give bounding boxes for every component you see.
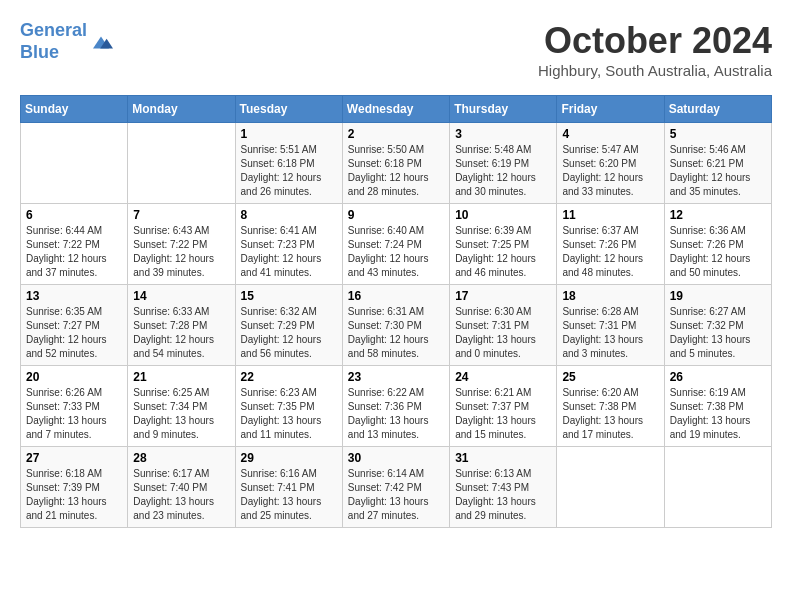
day-info: Sunrise: 6:18 AM Sunset: 7:39 PM Dayligh… <box>26 467 122 523</box>
day-info: Sunrise: 5:48 AM Sunset: 6:19 PM Dayligh… <box>455 143 551 199</box>
location-subtitle: Highbury, South Australia, Australia <box>538 62 772 79</box>
calendar-cell <box>128 123 235 204</box>
calendar-cell: 30Sunrise: 6:14 AM Sunset: 7:42 PM Dayli… <box>342 447 449 528</box>
calendar-header-row: SundayMondayTuesdayWednesdayThursdayFrid… <box>21 96 772 123</box>
day-number: 23 <box>348 370 444 384</box>
day-number: 7 <box>133 208 229 222</box>
day-number: 13 <box>26 289 122 303</box>
calendar-cell: 23Sunrise: 6:22 AM Sunset: 7:36 PM Dayli… <box>342 366 449 447</box>
day-info: Sunrise: 6:41 AM Sunset: 7:23 PM Dayligh… <box>241 224 337 280</box>
day-info: Sunrise: 6:33 AM Sunset: 7:28 PM Dayligh… <box>133 305 229 361</box>
day-number: 27 <box>26 451 122 465</box>
day-info: Sunrise: 6:20 AM Sunset: 7:38 PM Dayligh… <box>562 386 658 442</box>
calendar-cell: 29Sunrise: 6:16 AM Sunset: 7:41 PM Dayli… <box>235 447 342 528</box>
calendar-week-row: 6Sunrise: 6:44 AM Sunset: 7:22 PM Daylig… <box>21 204 772 285</box>
calendar-cell: 22Sunrise: 6:23 AM Sunset: 7:35 PM Dayli… <box>235 366 342 447</box>
calendar-cell: 18Sunrise: 6:28 AM Sunset: 7:31 PM Dayli… <box>557 285 664 366</box>
day-info: Sunrise: 5:51 AM Sunset: 6:18 PM Dayligh… <box>241 143 337 199</box>
calendar-cell: 9Sunrise: 6:40 AM Sunset: 7:24 PM Daylig… <box>342 204 449 285</box>
day-info: Sunrise: 6:13 AM Sunset: 7:43 PM Dayligh… <box>455 467 551 523</box>
calendar-cell: 5Sunrise: 5:46 AM Sunset: 6:21 PM Daylig… <box>664 123 771 204</box>
calendar-cell: 31Sunrise: 6:13 AM Sunset: 7:43 PM Dayli… <box>450 447 557 528</box>
calendar-week-row: 1Sunrise: 5:51 AM Sunset: 6:18 PM Daylig… <box>21 123 772 204</box>
day-number: 29 <box>241 451 337 465</box>
day-info: Sunrise: 6:31 AM Sunset: 7:30 PM Dayligh… <box>348 305 444 361</box>
day-info: Sunrise: 6:28 AM Sunset: 7:31 PM Dayligh… <box>562 305 658 361</box>
day-number: 15 <box>241 289 337 303</box>
day-info: Sunrise: 6:35 AM Sunset: 7:27 PM Dayligh… <box>26 305 122 361</box>
title-block: October 2024 Highbury, South Australia, … <box>538 20 772 79</box>
calendar-cell: 3Sunrise: 5:48 AM Sunset: 6:19 PM Daylig… <box>450 123 557 204</box>
header-friday: Friday <box>557 96 664 123</box>
day-number: 18 <box>562 289 658 303</box>
day-info: Sunrise: 6:27 AM Sunset: 7:32 PM Dayligh… <box>670 305 766 361</box>
day-number: 19 <box>670 289 766 303</box>
header-saturday: Saturday <box>664 96 771 123</box>
day-info: Sunrise: 6:39 AM Sunset: 7:25 PM Dayligh… <box>455 224 551 280</box>
day-number: 6 <box>26 208 122 222</box>
day-number: 14 <box>133 289 229 303</box>
calendar-cell <box>664 447 771 528</box>
day-info: Sunrise: 6:17 AM Sunset: 7:40 PM Dayligh… <box>133 467 229 523</box>
day-number: 21 <box>133 370 229 384</box>
day-info: Sunrise: 6:43 AM Sunset: 7:22 PM Dayligh… <box>133 224 229 280</box>
day-number: 2 <box>348 127 444 141</box>
day-number: 12 <box>670 208 766 222</box>
calendar-cell: 19Sunrise: 6:27 AM Sunset: 7:32 PM Dayli… <box>664 285 771 366</box>
day-number: 4 <box>562 127 658 141</box>
month-title: October 2024 <box>538 20 772 62</box>
day-info: Sunrise: 6:21 AM Sunset: 7:37 PM Dayligh… <box>455 386 551 442</box>
calendar-cell: 15Sunrise: 6:32 AM Sunset: 7:29 PM Dayli… <box>235 285 342 366</box>
page-header: General Blue October 2024 Highbury, Sout… <box>20 20 772 79</box>
day-info: Sunrise: 6:16 AM Sunset: 7:41 PM Dayligh… <box>241 467 337 523</box>
calendar-cell: 17Sunrise: 6:30 AM Sunset: 7:31 PM Dayli… <box>450 285 557 366</box>
day-number: 31 <box>455 451 551 465</box>
header-sunday: Sunday <box>21 96 128 123</box>
day-number: 22 <box>241 370 337 384</box>
day-number: 16 <box>348 289 444 303</box>
logo-text: General Blue <box>20 20 87 63</box>
calendar-cell: 20Sunrise: 6:26 AM Sunset: 7:33 PM Dayli… <box>21 366 128 447</box>
day-info: Sunrise: 6:44 AM Sunset: 7:22 PM Dayligh… <box>26 224 122 280</box>
day-info: Sunrise: 6:40 AM Sunset: 7:24 PM Dayligh… <box>348 224 444 280</box>
day-number: 25 <box>562 370 658 384</box>
day-number: 9 <box>348 208 444 222</box>
calendar-cell: 13Sunrise: 6:35 AM Sunset: 7:27 PM Dayli… <box>21 285 128 366</box>
day-info: Sunrise: 5:50 AM Sunset: 6:18 PM Dayligh… <box>348 143 444 199</box>
day-info: Sunrise: 6:25 AM Sunset: 7:34 PM Dayligh… <box>133 386 229 442</box>
day-number: 8 <box>241 208 337 222</box>
day-number: 24 <box>455 370 551 384</box>
logo-icon <box>89 30 113 54</box>
calendar-cell: 6Sunrise: 6:44 AM Sunset: 7:22 PM Daylig… <box>21 204 128 285</box>
calendar-week-row: 20Sunrise: 6:26 AM Sunset: 7:33 PM Dayli… <box>21 366 772 447</box>
header-tuesday: Tuesday <box>235 96 342 123</box>
calendar-cell: 16Sunrise: 6:31 AM Sunset: 7:30 PM Dayli… <box>342 285 449 366</box>
header-thursday: Thursday <box>450 96 557 123</box>
calendar-week-row: 13Sunrise: 6:35 AM Sunset: 7:27 PM Dayli… <box>21 285 772 366</box>
calendar-cell: 2Sunrise: 5:50 AM Sunset: 6:18 PM Daylig… <box>342 123 449 204</box>
day-info: Sunrise: 6:36 AM Sunset: 7:26 PM Dayligh… <box>670 224 766 280</box>
day-number: 3 <box>455 127 551 141</box>
day-info: Sunrise: 5:46 AM Sunset: 6:21 PM Dayligh… <box>670 143 766 199</box>
day-number: 17 <box>455 289 551 303</box>
day-info: Sunrise: 6:19 AM Sunset: 7:38 PM Dayligh… <box>670 386 766 442</box>
logo: General Blue <box>20 20 113 63</box>
day-number: 5 <box>670 127 766 141</box>
day-info: Sunrise: 6:14 AM Sunset: 7:42 PM Dayligh… <box>348 467 444 523</box>
calendar-cell: 11Sunrise: 6:37 AM Sunset: 7:26 PM Dayli… <box>557 204 664 285</box>
day-number: 28 <box>133 451 229 465</box>
day-number: 10 <box>455 208 551 222</box>
calendar-cell <box>557 447 664 528</box>
day-info: Sunrise: 6:26 AM Sunset: 7:33 PM Dayligh… <box>26 386 122 442</box>
calendar-cell: 26Sunrise: 6:19 AM Sunset: 7:38 PM Dayli… <box>664 366 771 447</box>
day-number: 26 <box>670 370 766 384</box>
header-wednesday: Wednesday <box>342 96 449 123</box>
day-number: 1 <box>241 127 337 141</box>
calendar-cell: 12Sunrise: 6:36 AM Sunset: 7:26 PM Dayli… <box>664 204 771 285</box>
calendar-cell: 7Sunrise: 6:43 AM Sunset: 7:22 PM Daylig… <box>128 204 235 285</box>
calendar-cell: 4Sunrise: 5:47 AM Sunset: 6:20 PM Daylig… <box>557 123 664 204</box>
day-number: 20 <box>26 370 122 384</box>
calendar-cell: 1Sunrise: 5:51 AM Sunset: 6:18 PM Daylig… <box>235 123 342 204</box>
day-info: Sunrise: 6:22 AM Sunset: 7:36 PM Dayligh… <box>348 386 444 442</box>
day-info: Sunrise: 6:23 AM Sunset: 7:35 PM Dayligh… <box>241 386 337 442</box>
